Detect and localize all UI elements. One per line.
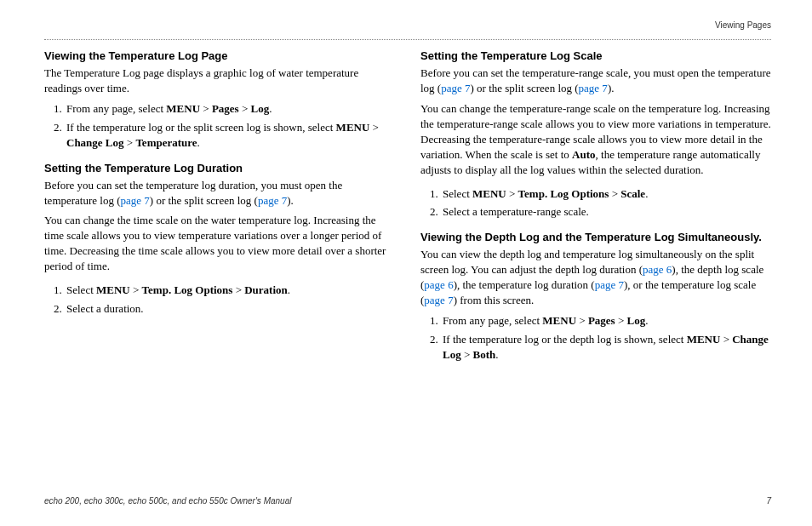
ordered-list: Select MENU > Temp. Log Options > Scale.…	[420, 186, 771, 220]
section-title: Setting the Temperature Log Duration	[44, 161, 395, 176]
paragraph: You can view the depth log and temperatu…	[420, 247, 771, 308]
menu-path-item: Log	[251, 102, 270, 115]
text: .	[645, 187, 648, 200]
text: ) from this screen.	[454, 294, 535, 306]
ordered-list: Select MENU > Temp. Log Options > Durati…	[44, 283, 395, 317]
paragraph: Before you can set the temperature-range…	[420, 66, 771, 96]
text: >	[576, 314, 588, 327]
header-rule	[44, 39, 771, 40]
text: >	[124, 136, 136, 149]
page-link[interactable]: page 7	[595, 278, 624, 291]
menu-path-item: MENU	[96, 283, 130, 296]
menu-path-item: MENU	[336, 121, 370, 134]
text: >	[369, 121, 379, 134]
menu-path-item: Temp. Log Options	[142, 283, 233, 296]
menu-path-item: Pages	[212, 102, 239, 115]
text: Select	[66, 283, 96, 296]
menu-path-item: MENU	[166, 102, 200, 115]
paragraph: Before you can set the temperature log d…	[44, 178, 395, 209]
text: >	[461, 348, 473, 361]
section-title: Setting the Temperature Log Scale	[420, 49, 771, 64]
section-title: Viewing the Temperature Log Page	[44, 49, 395, 64]
text: ).	[608, 82, 615, 94]
list-item: Select MENU > Temp. Log Options > Durati…	[65, 283, 395, 298]
list-item: Select a duration.	[65, 301, 395, 317]
text: ) or the split screen log (	[150, 194, 258, 207]
list-item: From any page, select MENU > Pages > Log…	[65, 101, 395, 117]
text: >	[506, 187, 518, 200]
text: >	[609, 187, 620, 200]
paragraph: You can change the temperature-range sca…	[420, 101, 771, 178]
header: Viewing Pages	[44, 20, 771, 36]
ordered-list: From any page, select MENU > Pages > Log…	[44, 101, 395, 151]
list-item: From any page, select MENU > Pages > Log…	[441, 313, 771, 329]
menu-path-item: Change Log	[66, 136, 124, 149]
page-link[interactable]: page 7	[579, 82, 608, 94]
list-item: Select MENU > Temp. Log Options > Scale.	[441, 186, 771, 202]
text: ) or the split screen log (	[471, 82, 579, 94]
paragraph: The Temperature Log page displays a grap…	[44, 66, 395, 96]
text: .	[269, 102, 272, 115]
page-link[interactable]: page 6	[424, 278, 453, 291]
menu-path-item: Pages	[588, 314, 615, 327]
text: >	[239, 102, 251, 115]
page-link[interactable]: page 7	[424, 294, 453, 306]
text: .	[645, 314, 648, 327]
menu-path-item: Temperature	[135, 136, 197, 149]
paragraph: You can change the time scale on the wat…	[44, 213, 395, 274]
text: If the temperature log or the split scre…	[66, 121, 336, 134]
text: ), the temperature log duration (	[454, 278, 595, 291]
footer-page-number: 7	[766, 496, 771, 506]
text: >	[232, 283, 244, 296]
menu-path-item: MENU	[542, 314, 576, 327]
menu-path-item: Temp. Log Options	[518, 187, 609, 200]
menu-path-item: MENU	[472, 187, 506, 200]
ordered-list: From any page, select MENU > Pages > Log…	[420, 313, 771, 363]
text: .	[495, 348, 498, 361]
list-item: Select a temperature-range scale.	[441, 204, 771, 220]
page-link[interactable]: page 7	[258, 194, 287, 207]
left-column: Viewing the Temperature Log Page The Tem…	[44, 49, 395, 371]
text: ).	[287, 194, 294, 207]
page-link[interactable]: page 6	[643, 263, 672, 276]
text: .	[197, 136, 200, 149]
list-item: If the temperature log or the depth log …	[441, 332, 771, 363]
text: >	[720, 333, 732, 346]
page-link[interactable]: page 7	[441, 82, 470, 94]
menu-path-item: Both	[473, 348, 496, 361]
text: >	[200, 102, 212, 115]
bold-term: Auto	[572, 148, 595, 161]
page-link[interactable]: page 7	[121, 194, 150, 207]
running-header: Viewing Pages	[715, 20, 771, 30]
text: >	[130, 283, 142, 296]
page: Viewing Pages Viewing the Temperature Lo…	[0, 0, 812, 526]
footer-manual-title: echo 200, echo 300c, echo 500c, and echo…	[44, 496, 291, 506]
menu-path-item: Duration	[244, 283, 288, 296]
text: .	[288, 283, 290, 296]
footer: echo 200, echo 300c, echo 500c, and echo…	[44, 496, 771, 506]
text: Select	[443, 187, 472, 200]
section-title: Viewing the Depth Log and the Temperatur…	[420, 230, 771, 245]
text: If the temperature log or the depth log …	[443, 333, 687, 346]
text: From any page, select	[443, 314, 542, 327]
text: >	[615, 314, 627, 327]
right-column: Setting the Temperature Log Scale Before…	[420, 49, 771, 371]
menu-path-item: Scale	[620, 187, 645, 200]
columns: Viewing the Temperature Log Page The Tem…	[44, 49, 771, 371]
text: From any page, select	[66, 102, 166, 115]
list-item: If the temperature log or the split scre…	[65, 120, 395, 151]
menu-path-item: Log	[627, 314, 646, 327]
menu-path-item: MENU	[687, 333, 721, 346]
